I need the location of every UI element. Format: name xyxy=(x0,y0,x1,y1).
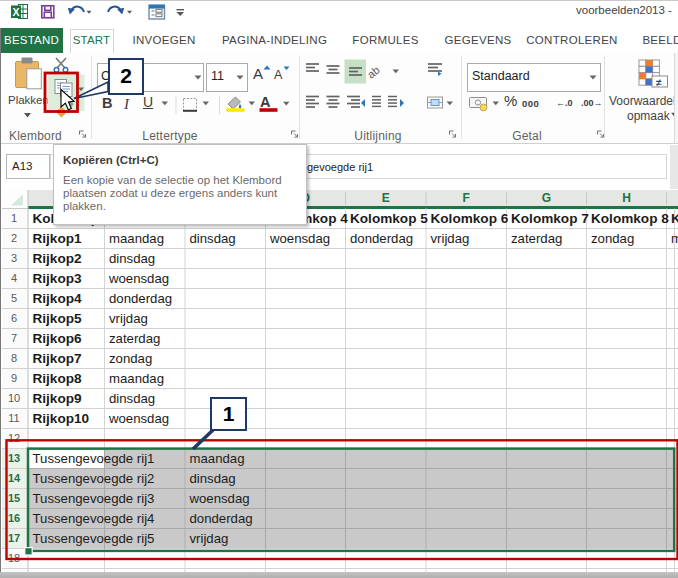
svg-text:←.0: ←.0 xyxy=(556,98,573,108)
svg-text:X: X xyxy=(13,6,20,18)
svg-text:.00→: .00→ xyxy=(581,98,603,108)
svg-text:≠: ≠ xyxy=(656,77,662,88)
svg-text:ab: ab xyxy=(365,64,382,81)
